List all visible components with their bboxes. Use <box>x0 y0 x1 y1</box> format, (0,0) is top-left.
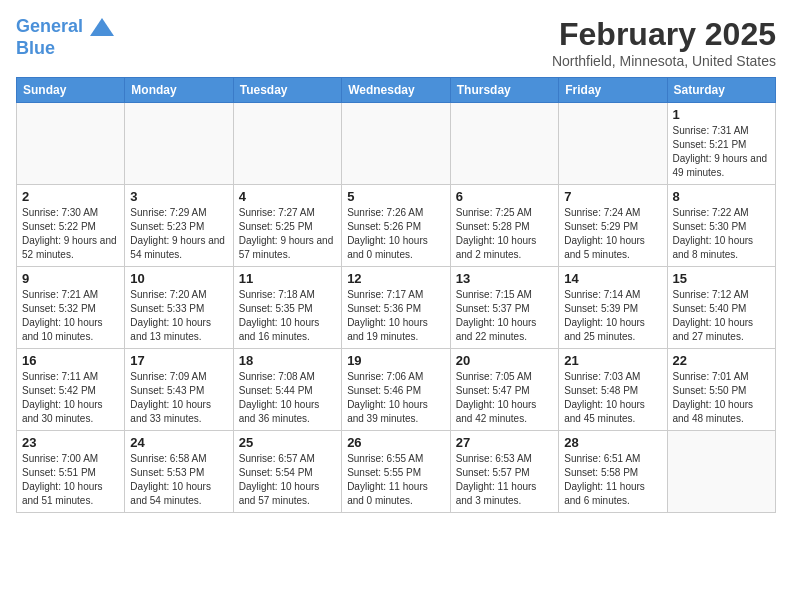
day-number: 13 <box>456 271 553 286</box>
calendar-cell: 24Sunrise: 6:58 AM Sunset: 5:53 PM Dayli… <box>125 431 233 513</box>
calendar-cell: 18Sunrise: 7:08 AM Sunset: 5:44 PM Dayli… <box>233 349 341 431</box>
day-number: 26 <box>347 435 445 450</box>
calendar-cell: 15Sunrise: 7:12 AM Sunset: 5:40 PM Dayli… <box>667 267 776 349</box>
day-info: Sunrise: 7:22 AM Sunset: 5:30 PM Dayligh… <box>673 206 771 262</box>
calendar-cell: 11Sunrise: 7:18 AM Sunset: 5:35 PM Dayli… <box>233 267 341 349</box>
weekday-header: Tuesday <box>233 78 341 103</box>
calendar-cell: 21Sunrise: 7:03 AM Sunset: 5:48 PM Dayli… <box>559 349 667 431</box>
calendar-table: SundayMondayTuesdayWednesdayThursdayFrid… <box>16 77 776 513</box>
calendar-cell: 23Sunrise: 7:00 AM Sunset: 5:51 PM Dayli… <box>17 431 125 513</box>
weekday-header: Friday <box>559 78 667 103</box>
day-info: Sunrise: 6:53 AM Sunset: 5:57 PM Dayligh… <box>456 452 553 508</box>
day-number: 7 <box>564 189 661 204</box>
day-number: 18 <box>239 353 336 368</box>
calendar-cell: 8Sunrise: 7:22 AM Sunset: 5:30 PM Daylig… <box>667 185 776 267</box>
calendar-cell: 20Sunrise: 7:05 AM Sunset: 5:47 PM Dayli… <box>450 349 558 431</box>
title-block: February 2025 Northfield, Minnesota, Uni… <box>552 16 776 69</box>
location-text: Northfield, Minnesota, United States <box>552 53 776 69</box>
month-title: February 2025 <box>552 16 776 53</box>
calendar-week-row: 9Sunrise: 7:21 AM Sunset: 5:32 PM Daylig… <box>17 267 776 349</box>
logo-text: General <box>16 16 114 38</box>
day-info: Sunrise: 7:25 AM Sunset: 5:28 PM Dayligh… <box>456 206 553 262</box>
calendar-cell <box>342 103 451 185</box>
day-number: 19 <box>347 353 445 368</box>
calendar-cell <box>559 103 667 185</box>
calendar-cell <box>17 103 125 185</box>
day-number: 1 <box>673 107 771 122</box>
day-number: 28 <box>564 435 661 450</box>
calendar-cell: 1Sunrise: 7:31 AM Sunset: 5:21 PM Daylig… <box>667 103 776 185</box>
logo-icon <box>90 18 114 36</box>
day-info: Sunrise: 6:57 AM Sunset: 5:54 PM Dayligh… <box>239 452 336 508</box>
day-info: Sunrise: 7:17 AM Sunset: 5:36 PM Dayligh… <box>347 288 445 344</box>
weekday-header: Sunday <box>17 78 125 103</box>
day-info: Sunrise: 7:03 AM Sunset: 5:48 PM Dayligh… <box>564 370 661 426</box>
calendar-cell: 27Sunrise: 6:53 AM Sunset: 5:57 PM Dayli… <box>450 431 558 513</box>
day-info: Sunrise: 7:05 AM Sunset: 5:47 PM Dayligh… <box>456 370 553 426</box>
day-info: Sunrise: 6:58 AM Sunset: 5:53 PM Dayligh… <box>130 452 227 508</box>
day-number: 25 <box>239 435 336 450</box>
calendar-cell: 2Sunrise: 7:30 AM Sunset: 5:22 PM Daylig… <box>17 185 125 267</box>
weekday-header: Monday <box>125 78 233 103</box>
calendar-cell: 6Sunrise: 7:25 AM Sunset: 5:28 PM Daylig… <box>450 185 558 267</box>
day-number: 6 <box>456 189 553 204</box>
calendar-cell: 14Sunrise: 7:14 AM Sunset: 5:39 PM Dayli… <box>559 267 667 349</box>
svg-marker-0 <box>90 18 114 36</box>
calendar-cell: 5Sunrise: 7:26 AM Sunset: 5:26 PM Daylig… <box>342 185 451 267</box>
day-info: Sunrise: 7:30 AM Sunset: 5:22 PM Dayligh… <box>22 206 119 262</box>
calendar-cell: 16Sunrise: 7:11 AM Sunset: 5:42 PM Dayli… <box>17 349 125 431</box>
day-info: Sunrise: 7:06 AM Sunset: 5:46 PM Dayligh… <box>347 370 445 426</box>
day-info: Sunrise: 7:20 AM Sunset: 5:33 PM Dayligh… <box>130 288 227 344</box>
day-number: 5 <box>347 189 445 204</box>
day-number: 17 <box>130 353 227 368</box>
day-info: Sunrise: 7:29 AM Sunset: 5:23 PM Dayligh… <box>130 206 227 262</box>
weekday-header: Saturday <box>667 78 776 103</box>
day-number: 15 <box>673 271 771 286</box>
calendar-cell: 19Sunrise: 7:06 AM Sunset: 5:46 PM Dayli… <box>342 349 451 431</box>
day-number: 22 <box>673 353 771 368</box>
day-number: 9 <box>22 271 119 286</box>
weekday-header-row: SundayMondayTuesdayWednesdayThursdayFrid… <box>17 78 776 103</box>
day-number: 3 <box>130 189 227 204</box>
day-info: Sunrise: 6:51 AM Sunset: 5:58 PM Dayligh… <box>564 452 661 508</box>
logo-blue-text: Blue <box>16 38 114 60</box>
day-number: 2 <box>22 189 119 204</box>
calendar-cell: 28Sunrise: 6:51 AM Sunset: 5:58 PM Dayli… <box>559 431 667 513</box>
day-info: Sunrise: 7:14 AM Sunset: 5:39 PM Dayligh… <box>564 288 661 344</box>
logo: General Blue <box>16 16 114 59</box>
day-info: Sunrise: 7:24 AM Sunset: 5:29 PM Dayligh… <box>564 206 661 262</box>
day-number: 20 <box>456 353 553 368</box>
day-info: Sunrise: 7:26 AM Sunset: 5:26 PM Dayligh… <box>347 206 445 262</box>
day-number: 21 <box>564 353 661 368</box>
calendar-week-row: 1Sunrise: 7:31 AM Sunset: 5:21 PM Daylig… <box>17 103 776 185</box>
calendar-cell: 12Sunrise: 7:17 AM Sunset: 5:36 PM Dayli… <box>342 267 451 349</box>
day-number: 12 <box>347 271 445 286</box>
day-info: Sunrise: 7:18 AM Sunset: 5:35 PM Dayligh… <box>239 288 336 344</box>
day-info: Sunrise: 7:15 AM Sunset: 5:37 PM Dayligh… <box>456 288 553 344</box>
day-number: 16 <box>22 353 119 368</box>
day-info: Sunrise: 7:01 AM Sunset: 5:50 PM Dayligh… <box>673 370 771 426</box>
calendar-cell: 4Sunrise: 7:27 AM Sunset: 5:25 PM Daylig… <box>233 185 341 267</box>
calendar-cell: 26Sunrise: 6:55 AM Sunset: 5:55 PM Dayli… <box>342 431 451 513</box>
calendar-cell: 7Sunrise: 7:24 AM Sunset: 5:29 PM Daylig… <box>559 185 667 267</box>
day-info: Sunrise: 7:27 AM Sunset: 5:25 PM Dayligh… <box>239 206 336 262</box>
day-info: Sunrise: 7:31 AM Sunset: 5:21 PM Dayligh… <box>673 124 771 180</box>
day-info: Sunrise: 7:12 AM Sunset: 5:40 PM Dayligh… <box>673 288 771 344</box>
weekday-header: Thursday <box>450 78 558 103</box>
day-number: 8 <box>673 189 771 204</box>
calendar-cell <box>667 431 776 513</box>
day-info: Sunrise: 7:21 AM Sunset: 5:32 PM Dayligh… <box>22 288 119 344</box>
calendar-week-row: 16Sunrise: 7:11 AM Sunset: 5:42 PM Dayli… <box>17 349 776 431</box>
calendar-cell: 17Sunrise: 7:09 AM Sunset: 5:43 PM Dayli… <box>125 349 233 431</box>
calendar-cell: 13Sunrise: 7:15 AM Sunset: 5:37 PM Dayli… <box>450 267 558 349</box>
calendar-cell: 25Sunrise: 6:57 AM Sunset: 5:54 PM Dayli… <box>233 431 341 513</box>
calendar-cell <box>125 103 233 185</box>
day-number: 10 <box>130 271 227 286</box>
calendar-cell: 9Sunrise: 7:21 AM Sunset: 5:32 PM Daylig… <box>17 267 125 349</box>
weekday-header: Wednesday <box>342 78 451 103</box>
day-info: Sunrise: 7:08 AM Sunset: 5:44 PM Dayligh… <box>239 370 336 426</box>
calendar-cell <box>233 103 341 185</box>
calendar-cell: 10Sunrise: 7:20 AM Sunset: 5:33 PM Dayli… <box>125 267 233 349</box>
day-number: 24 <box>130 435 227 450</box>
day-number: 23 <box>22 435 119 450</box>
